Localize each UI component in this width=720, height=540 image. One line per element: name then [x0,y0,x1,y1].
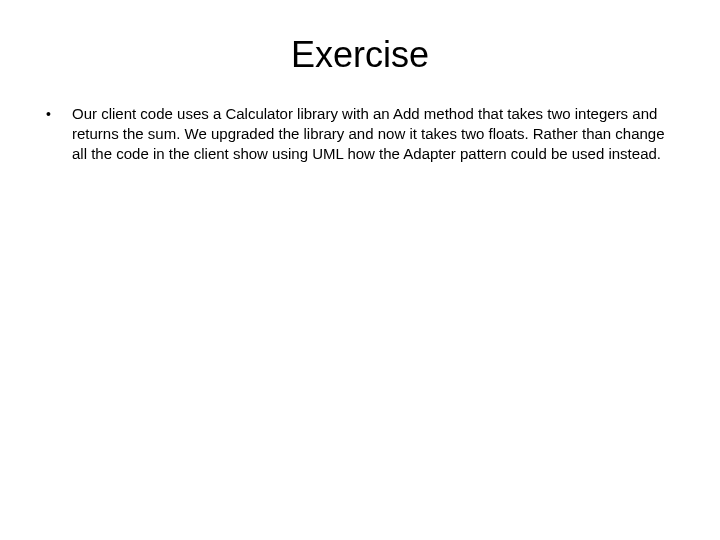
slide-content: • Our client code uses a Calculator libr… [40,104,680,164]
bullet-item: • Our client code uses a Calculator libr… [44,104,680,164]
bullet-text: Our client code uses a Calculator librar… [72,104,680,164]
slide: Exercise • Our client code uses a Calcul… [0,0,720,540]
slide-title: Exercise [40,34,680,76]
bullet-marker: • [44,104,72,124]
